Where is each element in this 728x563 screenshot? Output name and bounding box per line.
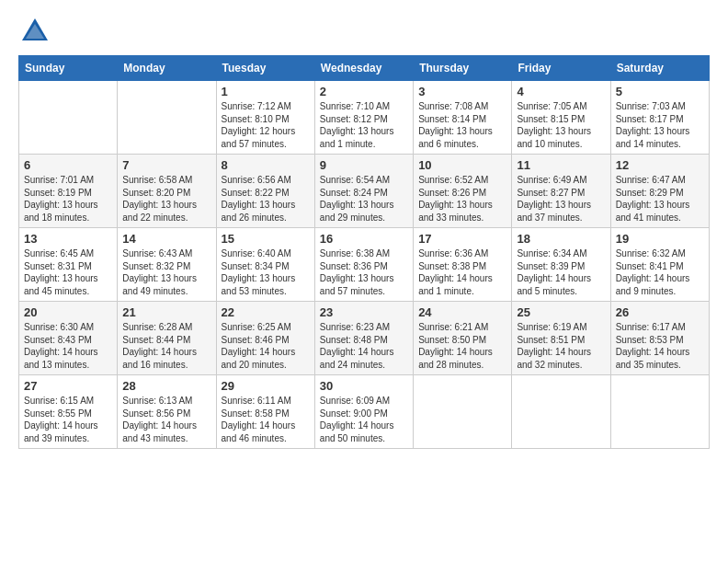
logo: [18, 15, 55, 48]
calendar-cell: 25Sunrise: 6:19 AMSunset: 8:51 PMDayligh…: [512, 302, 610, 375]
cell-info: Sunrise: 6:58 AMSunset: 8:20 PMDaylight:…: [122, 174, 210, 224]
date-number: 30: [320, 379, 408, 393]
date-number: 25: [517, 305, 605, 319]
cell-info: Sunrise: 6:13 AMSunset: 8:56 PMDaylight:…: [122, 395, 210, 444]
calendar-cell: 7Sunrise: 6:58 AMSunset: 8:20 PMDaylight…: [118, 155, 216, 228]
date-number: 5: [616, 85, 704, 98]
calendar-cell: 15Sunrise: 6:40 AMSunset: 8:34 PMDayligh…: [216, 228, 314, 302]
date-number: 16: [320, 232, 408, 246]
calendar-cell: 20Sunrise: 6:30 AMSunset: 8:43 PMDayligh…: [19, 302, 118, 375]
cell-info: Sunrise: 6:15 AMSunset: 8:55 PMDaylight:…: [24, 395, 112, 444]
column-header-monday: Monday: [118, 56, 216, 81]
page-header: [18, 15, 710, 48]
calendar-cell: [19, 81, 118, 155]
date-number: 9: [320, 158, 408, 172]
date-number: 29: [222, 379, 310, 393]
calendar-table: SundayMondayTuesdayWednesdayThursdayFrid…: [18, 55, 710, 449]
calendar-cell: 29Sunrise: 6:11 AMSunset: 8:58 PMDayligh…: [216, 375, 314, 449]
date-number: 13: [24, 232, 112, 246]
calendar-cell: 5Sunrise: 7:03 AMSunset: 8:17 PMDaylight…: [610, 81, 709, 155]
calendar-cell: 2Sunrise: 7:10 AMSunset: 8:12 PMDaylight…: [314, 81, 413, 155]
date-number: 22: [222, 305, 310, 319]
calendar-cell: 27Sunrise: 6:15 AMSunset: 8:55 PMDayligh…: [19, 375, 118, 449]
cell-info: Sunrise: 6:47 AMSunset: 8:29 PMDaylight:…: [616, 174, 704, 224]
cell-info: Sunrise: 6:28 AMSunset: 8:44 PMDaylight:…: [122, 321, 210, 371]
calendar-cell: [512, 375, 610, 449]
date-number: 26: [616, 305, 704, 319]
cell-info: Sunrise: 6:43 AMSunset: 8:32 PMDaylight:…: [122, 247, 210, 297]
cell-info: Sunrise: 6:19 AMSunset: 8:51 PMDaylight:…: [517, 321, 605, 371]
date-number: 28: [122, 379, 210, 393]
date-number: 23: [320, 305, 408, 319]
cell-info: Sunrise: 6:45 AMSunset: 8:31 PMDaylight:…: [24, 247, 112, 297]
cell-info: Sunrise: 6:25 AMSunset: 8:46 PMDaylight:…: [222, 321, 310, 371]
date-number: 15: [222, 232, 310, 246]
date-number: 14: [122, 232, 210, 246]
cell-info: Sunrise: 6:52 AMSunset: 8:26 PMDaylight:…: [418, 174, 506, 224]
cell-info: Sunrise: 6:21 AMSunset: 8:50 PMDaylight:…: [418, 321, 506, 371]
date-number: 21: [122, 305, 210, 319]
calendar-cell: 13Sunrise: 6:45 AMSunset: 8:31 PMDayligh…: [19, 228, 118, 302]
cell-info: Sunrise: 6:34 AMSunset: 8:39 PMDaylight:…: [517, 247, 605, 297]
cell-info: Sunrise: 6:30 AMSunset: 8:43 PMDaylight:…: [24, 321, 112, 371]
date-number: 2: [320, 85, 408, 98]
date-number: 8: [222, 158, 310, 172]
calendar-cell: 4Sunrise: 7:05 AMSunset: 8:15 PMDaylight…: [512, 81, 610, 155]
calendar-cell: 14Sunrise: 6:43 AMSunset: 8:32 PMDayligh…: [118, 228, 216, 302]
date-number: 17: [418, 232, 506, 246]
column-header-saturday: Saturday: [610, 56, 709, 81]
calendar-cell: 12Sunrise: 6:47 AMSunset: 8:29 PMDayligh…: [610, 155, 709, 228]
date-number: 3: [418, 85, 506, 98]
date-number: 11: [517, 158, 605, 172]
calendar-cell: 18Sunrise: 6:34 AMSunset: 8:39 PMDayligh…: [512, 228, 610, 302]
date-number: 12: [616, 158, 704, 172]
cell-info: Sunrise: 6:56 AMSunset: 8:22 PMDaylight:…: [222, 174, 310, 224]
calendar-cell: 19Sunrise: 6:32 AMSunset: 8:41 PMDayligh…: [610, 228, 709, 302]
calendar-cell: 23Sunrise: 6:23 AMSunset: 8:48 PMDayligh…: [314, 302, 413, 375]
date-number: 19: [616, 232, 704, 246]
date-number: 4: [517, 85, 605, 98]
calendar-cell: 24Sunrise: 6:21 AMSunset: 8:50 PMDayligh…: [414, 302, 512, 375]
date-number: 27: [24, 379, 112, 393]
column-header-friday: Friday: [512, 56, 610, 81]
date-number: 1: [222, 85, 310, 98]
date-number: 10: [418, 158, 506, 172]
date-number: 6: [24, 158, 112, 172]
cell-info: Sunrise: 7:03 AMSunset: 8:17 PMDaylight:…: [616, 100, 704, 150]
calendar-cell: 3Sunrise: 7:08 AMSunset: 8:14 PMDaylight…: [414, 81, 512, 155]
cell-info: Sunrise: 6:36 AMSunset: 8:38 PMDaylight:…: [418, 247, 506, 297]
calendar-cell: 16Sunrise: 6:38 AMSunset: 8:36 PMDayligh…: [314, 228, 413, 302]
date-number: 7: [122, 158, 210, 172]
cell-info: Sunrise: 6:23 AMSunset: 8:48 PMDaylight:…: [320, 321, 408, 371]
cell-info: Sunrise: 7:10 AMSunset: 8:12 PMDaylight:…: [320, 100, 408, 150]
calendar-cell: 8Sunrise: 6:56 AMSunset: 8:22 PMDaylight…: [216, 155, 314, 228]
calendar-cell: 22Sunrise: 6:25 AMSunset: 8:46 PMDayligh…: [216, 302, 314, 375]
calendar-cell: [610, 375, 709, 449]
calendar-cell: 17Sunrise: 6:36 AMSunset: 8:38 PMDayligh…: [414, 228, 512, 302]
calendar-cell: 9Sunrise: 6:54 AMSunset: 8:24 PMDaylight…: [314, 155, 413, 228]
calendar-cell: 30Sunrise: 6:09 AMSunset: 9:00 PMDayligh…: [314, 375, 413, 449]
cell-info: Sunrise: 7:08 AMSunset: 8:14 PMDaylight:…: [418, 100, 506, 150]
calendar-cell: [118, 81, 216, 155]
cell-info: Sunrise: 7:12 AMSunset: 8:10 PMDaylight:…: [222, 100, 310, 150]
column-header-thursday: Thursday: [414, 56, 512, 81]
calendar-cell: 26Sunrise: 6:17 AMSunset: 8:53 PMDayligh…: [610, 302, 709, 375]
cell-info: Sunrise: 6:17 AMSunset: 8:53 PMDaylight:…: [616, 321, 704, 371]
calendar-cell: [414, 375, 512, 449]
cell-info: Sunrise: 6:40 AMSunset: 8:34 PMDaylight:…: [222, 247, 310, 297]
calendar-cell: 21Sunrise: 6:28 AMSunset: 8:44 PMDayligh…: [118, 302, 216, 375]
cell-info: Sunrise: 7:01 AMSunset: 8:19 PMDaylight:…: [24, 174, 112, 224]
cell-info: Sunrise: 6:11 AMSunset: 8:58 PMDaylight:…: [222, 395, 310, 444]
calendar-cell: 6Sunrise: 7:01 AMSunset: 8:19 PMDaylight…: [19, 155, 118, 228]
calendar-cell: 11Sunrise: 6:49 AMSunset: 8:27 PMDayligh…: [512, 155, 610, 228]
cell-info: Sunrise: 7:05 AMSunset: 8:15 PMDaylight:…: [517, 100, 605, 150]
date-number: 18: [517, 232, 605, 246]
cell-info: Sunrise: 6:38 AMSunset: 8:36 PMDaylight:…: [320, 247, 408, 297]
logo-icon: [18, 15, 51, 48]
cell-info: Sunrise: 6:32 AMSunset: 8:41 PMDaylight:…: [616, 247, 704, 297]
date-number: 20: [24, 305, 112, 319]
cell-info: Sunrise: 6:54 AMSunset: 8:24 PMDaylight:…: [320, 174, 408, 224]
cell-info: Sunrise: 6:09 AMSunset: 9:00 PMDaylight:…: [320, 395, 408, 444]
column-header-sunday: Sunday: [19, 56, 118, 81]
date-number: 24: [418, 305, 506, 319]
